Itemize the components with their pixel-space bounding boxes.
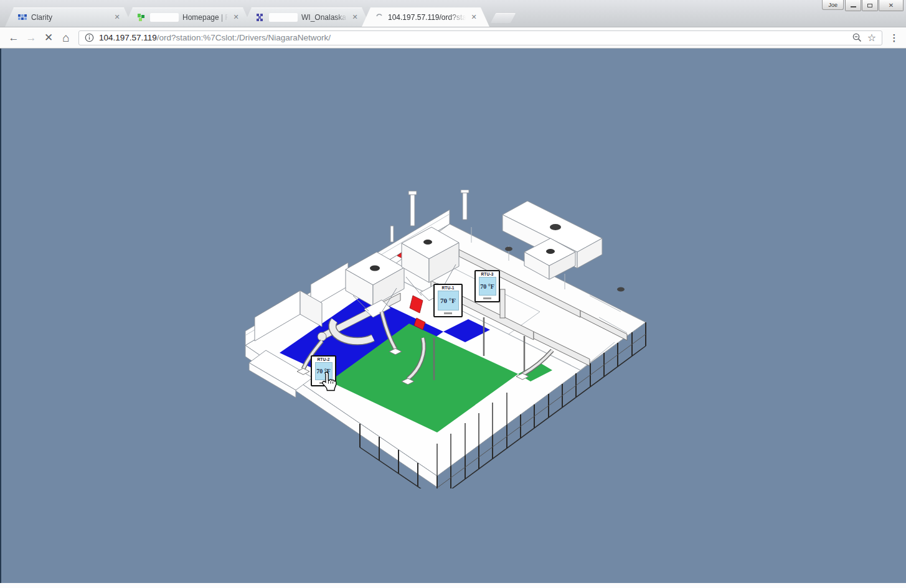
- thermostat-rtu-1[interactable]: RTU-1 70 °F: [433, 284, 463, 317]
- tab-close-icon[interactable]: ✕: [113, 13, 121, 21]
- duct-drop: [500, 289, 505, 318]
- zoom-out-icon[interactable]: [852, 32, 862, 43]
- browser-menu-icon[interactable]: ⋮: [887, 32, 901, 44]
- thermostat-button-bar: [444, 312, 452, 314]
- minimize-button[interactable]: [845, 0, 861, 11]
- thermostat-rtu-3[interactable]: RTU-3 70 °F: [474, 270, 500, 302]
- redaction-box: [150, 13, 179, 22]
- duct-elbow: [318, 332, 326, 341]
- thermostat-label: RTU-3: [476, 271, 499, 277]
- fsg-favicon-icon: [136, 12, 146, 22]
- window-controls: ✕: [844, 0, 904, 11]
- address-bar[interactable]: 104.197.57.119/ord?station:%7Cslot:/Driv…: [78, 30, 882, 45]
- tab-clarity[interactable]: Clarity ✕: [5, 7, 133, 27]
- tab-close-icon[interactable]: ✕: [232, 13, 240, 21]
- thermostat-screen: 70 °F: [479, 277, 496, 296]
- tab-title: Homepage | FSG: [182, 13, 228, 22]
- browser-toolbar: ← → ✕ ⌂ 104.197.57.119/ord?station:%7Csl…: [0, 27, 906, 49]
- maximize-icon: [867, 4, 872, 7]
- thermostat-label: RTU-2: [312, 357, 335, 362]
- bookmark-star-icon[interactable]: ☆: [867, 32, 876, 44]
- tab-title: Clarity: [31, 13, 109, 22]
- url-path: /ord?station:%7Cslot:/Drivers/NiagaraNet…: [157, 33, 331, 42]
- page-content: RTU-1 70 °F RTU-2 70 °F RTU-3 70 °F: [0, 49, 906, 583]
- thermostat-label: RTU-1: [435, 285, 461, 291]
- building-isometric-view: [241, 190, 652, 488]
- home-button[interactable]: ⌂: [57, 29, 75, 47]
- page-info-icon[interactable]: [85, 33, 94, 42]
- maximize-button[interactable]: [862, 0, 878, 11]
- tab-title: 104.197.57.119/ord?stati: [388, 13, 466, 22]
- tab-close-icon[interactable]: ✕: [351, 13, 359, 21]
- default-favicon-icon: [374, 12, 384, 22]
- tab-title: WI_Onalaska: [301, 13, 347, 22]
- profile-button[interactable]: Joe: [822, 0, 844, 10]
- roof-vent: [550, 224, 561, 230]
- stop-button[interactable]: ✕: [40, 29, 57, 47]
- hand-cursor-icon: [319, 371, 338, 394]
- browser-titlebar: Clarity ✕ Homepage | FSG ✕ WI_Onalaska ✕…: [0, 0, 906, 27]
- tab-active-station[interactable]: 104.197.57.119/ord?stati ✕: [362, 7, 489, 27]
- thermostat-screen: 70 °F: [438, 291, 459, 310]
- tab-close-icon[interactable]: ✕: [470, 13, 478, 21]
- close-button[interactable]: ✕: [879, 0, 904, 11]
- url-text: 104.197.57.119/ord?station:%7Cslot:/Driv…: [99, 33, 331, 42]
- bottom-strip: [0, 583, 906, 588]
- tab-strip: Clarity ✕ Homepage | FSG ✕ WI_Onalaska ✕…: [5, 7, 513, 27]
- tab-wi-onalaska[interactable]: WI_Onalaska ✕: [243, 7, 370, 27]
- roof-vent: [505, 247, 512, 251]
- new-tab-button[interactable]: [491, 13, 516, 23]
- clarity-favicon-icon: [17, 12, 27, 22]
- tab-homepage-fsg[interactable]: Homepage | FSG ✕: [124, 7, 252, 27]
- url-host: 104.197.57.119: [99, 33, 157, 42]
- roof-vent: [617, 287, 625, 292]
- redaction-box: [269, 13, 298, 22]
- minimize-icon: [851, 6, 856, 7]
- grid-favicon-icon: [255, 12, 265, 22]
- back-button[interactable]: ←: [5, 29, 22, 47]
- forward-button[interactable]: →: [22, 29, 40, 47]
- thermostat-button-bar: [483, 297, 491, 299]
